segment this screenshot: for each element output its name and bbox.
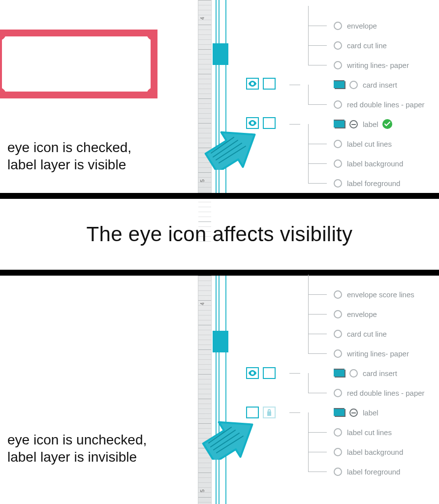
collapse-toggle-icon[interactable] <box>349 120 358 128</box>
layer-label: writing lines- paper <box>347 349 409 358</box>
tree-lines <box>289 55 334 75</box>
visibility-toggle-eye-icon[interactable] <box>246 78 259 90</box>
caption-line: eye icon is unchecked, <box>7 431 147 448</box>
tree-lines <box>289 383 334 403</box>
layer-row[interactable]: label background <box>289 442 439 462</box>
layer-row[interactable]: red double lines - paper <box>289 383 439 403</box>
layer-radio-icon[interactable] <box>334 290 342 299</box>
caption-line: label layer is invisible <box>7 448 147 466</box>
bottom-half: 4 5 eye icon is unchecked, <box>0 276 439 504</box>
tree-lines <box>289 442 334 462</box>
layers-panel[interactable]: envelope score linesenvelopecard cut lin… <box>289 276 439 504</box>
layer-thumbnail-box[interactable] <box>263 78 276 90</box>
layer-label: envelope <box>347 22 377 30</box>
layer-row[interactable]: card cut line <box>289 324 439 344</box>
layer-row[interactable]: red double lines - paper <box>289 94 439 114</box>
layer-row[interactable]: envelope <box>289 16 439 35</box>
layer-radio-icon[interactable] <box>334 428 342 437</box>
top-half: 4 5 eye icon is chec <box>0 0 439 194</box>
layer-radio-icon[interactable] <box>334 468 342 476</box>
tree-lines <box>289 173 334 193</box>
layer-label: card cut line <box>347 41 387 50</box>
folder-icon <box>334 79 346 90</box>
tree-lines <box>289 344 334 363</box>
layer-thumbnail-box[interactable] <box>263 117 276 129</box>
layer-folder-row[interactable]: card insert <box>289 75 439 94</box>
layer-row[interactable]: label background <box>289 154 439 173</box>
layer-row[interactable]: card cut line <box>289 35 439 55</box>
lock-icon[interactable] <box>263 407 276 418</box>
layer-label: label foreground <box>347 468 400 476</box>
annotation-caption: eye icon is unchecked, label layer is in… <box>7 431 147 466</box>
layer-row[interactable]: envelope score lines <box>289 284 439 304</box>
layer-radio-icon[interactable] <box>334 330 342 338</box>
tree-lines <box>289 284 334 304</box>
label-shape-canvas-object[interactable] <box>0 30 157 98</box>
layer-radio-icon[interactable] <box>334 159 342 168</box>
tree-lines <box>289 462 334 481</box>
layer-label: label foreground <box>347 179 400 188</box>
layer-row[interactable]: writing lines- paper <box>289 55 439 75</box>
layers-panel[interactable]: envelopecard cut linewriting lines- pape… <box>289 0 439 194</box>
layer-radio-icon[interactable] <box>334 310 342 318</box>
layer-radio-icon[interactable] <box>334 61 342 69</box>
layer-row[interactable]: envelope <box>289 304 439 324</box>
visibility-toggle-eye-icon[interactable] <box>246 367 259 379</box>
layer-row[interactable]: label cut lines <box>289 134 439 154</box>
layer-label: card insert <box>363 369 397 378</box>
svg-rect-3 <box>334 120 344 127</box>
layer-label: envelope <box>347 310 377 318</box>
layer-radio-icon[interactable] <box>334 448 342 456</box>
layer-row[interactable]: writing lines- paper <box>289 344 439 363</box>
layer-radio-icon[interactable] <box>334 389 342 397</box>
layer-label: label <box>363 409 378 417</box>
headline-text: The eye icon affects visibility <box>0 199 439 270</box>
tree-lines <box>289 363 334 383</box>
layer-radio-icon[interactable] <box>349 81 358 89</box>
canvas-selection-marker <box>213 331 228 352</box>
annotation-caption: eye icon is checked, label layer is visi… <box>7 139 131 173</box>
tree-lines <box>289 304 334 324</box>
layer-radio-icon[interactable] <box>334 100 342 109</box>
collapse-toggle-icon[interactable] <box>349 409 358 417</box>
annotation-arrow-icon <box>204 126 263 170</box>
layer-folder-row[interactable]: card insert <box>289 363 439 383</box>
annotation-arrow-icon <box>202 415 261 460</box>
label-notch <box>147 30 157 40</box>
layer-folder-row[interactable]: label <box>289 403 439 422</box>
layer-label: card insert <box>363 81 397 89</box>
tree-lines <box>289 422 334 442</box>
layer-label: card cut line <box>347 330 387 338</box>
layer-controls <box>246 367 276 379</box>
layer-label: red double lines - paper <box>347 389 425 397</box>
layer-radio-icon[interactable] <box>334 41 342 50</box>
caption-line: label layer is visible <box>7 156 131 173</box>
layer-thumbnail-box[interactable] <box>263 367 276 379</box>
caption-line: eye icon is checked, <box>7 139 131 156</box>
layer-row[interactable]: label cut lines <box>289 422 439 442</box>
tree-lines <box>289 75 334 94</box>
label-notch <box>0 30 6 40</box>
layer-folder-row[interactable]: label <box>289 114 439 134</box>
layer-radio-icon[interactable] <box>334 349 342 358</box>
layer-label: label background <box>347 448 403 456</box>
vertical-ruler[interactable]: 4 5 <box>198 276 212 504</box>
label-notch <box>147 88 157 98</box>
folder-icon <box>334 407 346 418</box>
layer-row[interactable]: label foreground <box>289 462 439 481</box>
tree-lines <box>289 324 334 344</box>
layer-label: label cut lines <box>347 428 392 437</box>
layer-radio-icon[interactable] <box>334 140 342 148</box>
label-notch <box>0 88 6 98</box>
tree-lines <box>289 94 334 114</box>
canvas-guide[interactable] <box>216 276 217 504</box>
layer-radio-icon[interactable] <box>349 369 358 378</box>
layer-controls <box>246 78 276 90</box>
active-check-icon <box>382 119 392 129</box>
layer-radio-icon[interactable] <box>334 22 342 30</box>
canvas-guide[interactable] <box>219 276 220 504</box>
layer-radio-icon[interactable] <box>334 179 342 188</box>
canvas-guide[interactable] <box>225 276 226 504</box>
layer-label: writing lines- paper <box>347 61 409 69</box>
layer-row[interactable]: label foreground <box>289 173 439 193</box>
